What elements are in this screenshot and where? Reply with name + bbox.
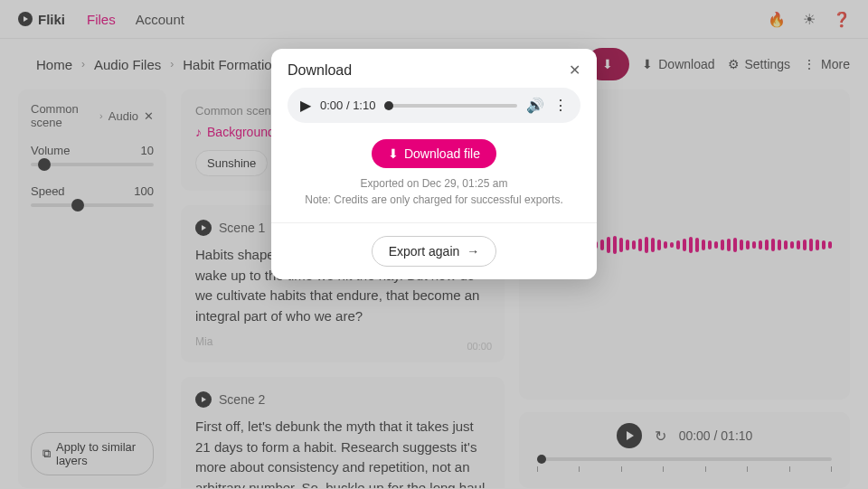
audio-track[interactable] [384,104,517,108]
volume-icon[interactable]: 🔊 [526,97,544,114]
close-icon[interactable]: ✕ [569,61,580,79]
modal-audio-player: ▶ 0:00 / 1:10 🔊 ⋮ [288,88,580,123]
modal-overlay[interactable]: Download ✕ ▶ 0:00 / 1:10 🔊 ⋮ ⬇ Download … [0,0,868,489]
credits-note: Note: Credits are only charged for succe… [288,193,580,206]
modal-title: Download [288,62,352,79]
audio-play-icon[interactable]: ▶ [300,97,311,114]
audio-more-icon[interactable]: ⋮ [553,97,568,114]
export-again-button[interactable]: Export again → [372,236,497,267]
audio-time: 0:00 / 1:10 [320,99,375,112]
download-file-button[interactable]: ⬇ Download file [372,139,496,168]
exported-info: Exported on Dec 29, 01:25 am [288,177,580,190]
download-icon: ⬇ [388,146,399,161]
download-modal: Download ✕ ▶ 0:00 / 1:10 🔊 ⋮ ⬇ Download … [271,49,597,279]
arrow-right-icon: → [467,244,479,259]
